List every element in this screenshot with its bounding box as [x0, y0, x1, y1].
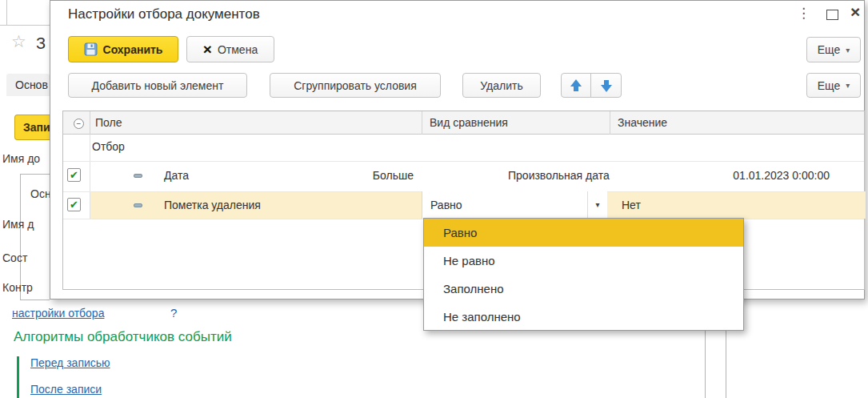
dropdown-item-equal[interactable]: Равно	[424, 219, 743, 247]
bg-label-state: Сост	[2, 251, 27, 264]
combobox-value[interactable]: Равно	[430, 199, 462, 211]
group-conditions-label: Сгруппировать условия	[294, 79, 417, 92]
collapse-icon[interactable]: −	[74, 119, 84, 129]
row2-value[interactable]: Нет	[622, 199, 641, 211]
column-header-value: Значение	[618, 116, 667, 129]
dialog-title: Настройки отбора документов	[68, 6, 260, 22]
row-divider	[63, 161, 864, 162]
help-icon[interactable]: ?	[170, 306, 177, 320]
column-header-comparison: Вид сравнения	[430, 116, 508, 129]
dropdown-item-filled[interactable]: Заполнено	[424, 275, 743, 303]
after-write-link[interactable]: После записи	[30, 383, 102, 396]
event-handlers-heading: Алгоритмы обработчиков событий	[14, 329, 232, 345]
kebab-menu-icon[interactable]: ⋮	[797, 5, 810, 22]
more-toolbar-label: Еще	[818, 79, 841, 92]
group-indent-bar	[17, 356, 19, 398]
save-button[interactable]: Сохранить	[68, 36, 178, 62]
row1-field[interactable]: Дата	[164, 169, 189, 182]
column-separator	[90, 111, 90, 135]
bg-toolbar-divider	[0, 25, 50, 26]
move-up-button[interactable]	[561, 73, 591, 98]
row1-comparison[interactable]: Больше	[303, 169, 414, 182]
row1-value-kind[interactable]: Произвольная дата	[508, 169, 610, 182]
save-button-label: Сохранить	[103, 43, 163, 56]
delete-button[interactable]: Удалить	[462, 73, 541, 98]
close-button[interactable]: ×	[850, 2, 860, 22]
group-conditions-button[interactable]: Сгруппировать условия	[270, 73, 441, 98]
column-separator	[610, 111, 610, 135]
favorite-star-icon[interactable]: ☆	[11, 32, 26, 51]
cancel-x-icon: ×	[203, 42, 212, 57]
combobox-dropdown-icon[interactable]: ▾	[588, 191, 607, 219]
column-header-field: Поле	[95, 116, 122, 129]
bg-panel-edge	[6, 0, 7, 25]
cancel-button[interactable]: × Отмена	[186, 36, 274, 62]
arrow-down-icon	[601, 79, 612, 92]
row2-field[interactable]: Пометка удаления	[164, 199, 261, 211]
chevron-down-icon: ▾	[846, 81, 850, 90]
bg-save-close-button[interactable]: Запи	[14, 115, 50, 140]
column-separator	[422, 111, 422, 135]
add-element-button[interactable]: Добавить новый элемент	[68, 73, 247, 98]
bg-label-doc-name: Имя д	[2, 218, 34, 231]
cancel-button-label: Отмена	[218, 43, 258, 56]
item-dash-icon	[134, 174, 142, 178]
chevron-down-icon: ▾	[846, 46, 850, 54]
dropdown-item-not-equal[interactable]: Не равно	[424, 247, 743, 275]
bg-label-doc-name-top: Имя до	[2, 152, 40, 165]
bg-tab-main[interactable]: Основ	[6, 74, 50, 96]
move-down-button[interactable]	[590, 73, 622, 98]
arrow-up-icon	[570, 79, 582, 92]
add-element-label: Добавить новый элемент	[92, 79, 224, 92]
more-button-top[interactable]: Еще ▾	[806, 37, 861, 62]
more-button-toolbar[interactable]: Еще ▾	[806, 73, 861, 98]
checkbox-column-line	[90, 135, 90, 219]
item-dash-icon	[134, 203, 142, 207]
dropdown-item-not-filled[interactable]: Не заполнено	[424, 303, 743, 331]
row2-checkbox[interactable]: ✔	[67, 198, 81, 211]
delete-label: Удалить	[480, 79, 522, 92]
before-write-link[interactable]: Перед записью	[30, 356, 110, 369]
more-top-label: Еще	[818, 43, 841, 56]
filter-settings-link[interactable]: настройки отбора	[12, 307, 104, 320]
comparison-combobox[interactable]: Равно ▾	[422, 191, 607, 219]
row1-checkbox[interactable]: ✔	[67, 168, 81, 182]
bg-window-title: З	[36, 34, 46, 53]
table-header: Поле Вид сравнения Значение	[63, 111, 864, 135]
screen: ☆ З Основ Запи Имя до Осно Имя д Сост Ко…	[0, 0, 868, 398]
bg-label-contract: Контр	[2, 281, 33, 294]
maximize-button[interactable]	[826, 10, 838, 20]
row1-value[interactable]: 01.01.2023 0:00:00	[733, 169, 830, 182]
floppy-disk-icon	[84, 42, 98, 56]
comparison-dropdown-list: Равно Не равно Заполнено Не заполнено	[423, 218, 744, 331]
group-row-label: Отбор	[92, 140, 125, 153]
